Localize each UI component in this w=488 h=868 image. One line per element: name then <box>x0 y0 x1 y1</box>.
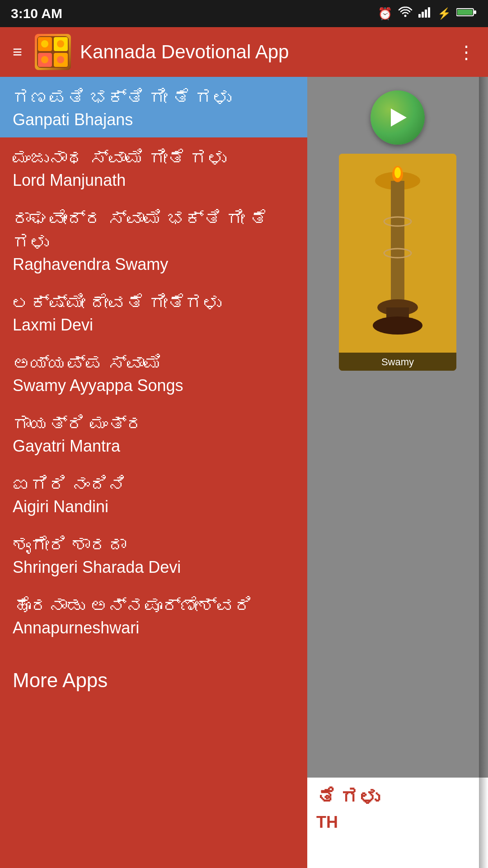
raghavendra-kannada: ರಾಘವೇಂದ್ರ ಸ್ವಾಮಿ ಭಕ್ತಿ ಗೀ ತೆ ಗಳು <box>13 207 295 254</box>
drawer-item-laxmi[interactable]: ಲಕ್ಷ್ಮೀ ದೇವತೆ ಗೀತೆಗಳು Laxmi Devi <box>0 282 307 343</box>
bottom-kannada-text: ತೆ ಗಳು <box>316 787 479 808</box>
wifi-icon <box>398 6 413 21</box>
svg-point-0 <box>404 15 407 17</box>
more-apps-label: More Apps <box>13 669 295 692</box>
status-bar: 3:10 AM ⏰ ⚡ <box>0 0 488 27</box>
svg-point-14 <box>57 40 64 47</box>
svg-rect-1 <box>418 14 421 18</box>
drawer-item-aigiri[interactable]: ಐಗಿರಿ ನಂದಿನಿ Aigiri Nandini <box>0 464 307 524</box>
drawer-item-more-apps[interactable]: More Apps <box>0 655 307 700</box>
svg-text:Swamy: Swamy <box>381 356 414 368</box>
navigation-drawer: ಗಣಪತಿ ಭಕ್ತಿ ಗೀ ತೆ ಗಳು Ganpati Bhajans ಮಂ… <box>0 77 307 868</box>
svg-rect-4 <box>428 7 430 18</box>
drawer-item-manjunath[interactable]: ಮಂಜುನಾಥ ಸ್ವಾಮಿ ಗೀತೆ ಗಳು Lord Manjunath <box>0 137 307 198</box>
ayyappa-english: Swamy Ayyappa Songs <box>13 376 295 395</box>
app-title: Kannada Devotional App <box>80 41 445 63</box>
shringeri-kannada: ಶೃಂಗೇರಿ ಶಾರದಾ <box>13 533 295 557</box>
drawer-item-raghavendra[interactable]: ರಾಘವೇಂದ್ರ ಸ್ವಾಮಿ ಭಕ್ತಿ ಗೀ ತೆ ಗಳು Raghave… <box>0 198 307 282</box>
drawer-item-annapurneshwari[interactable]: ಹೊರನಾಡು ಅನ್ನಪೂರ್ಣೇಶ್ವರಿ Annapurneshwari <box>0 585 307 646</box>
drawer-item-gayatri[interactable]: ಗಾಯತ್ರಿ ಮಂತ್ರ Gayatri Mantra <box>0 403 307 464</box>
svg-point-15 <box>41 56 48 63</box>
svg-point-23 <box>373 316 422 335</box>
status-time: 3:10 AM <box>11 6 62 21</box>
drawer-item-ganpati[interactable]: ಗಣಪತಿ ಭಕ್ತಿ ಗೀ ತೆ ಗಳು Ganpati Bhajans <box>0 77 307 137</box>
svg-point-25 <box>394 167 401 178</box>
overflow-menu-icon[interactable]: ⋮ <box>454 38 479 66</box>
manjunath-english: Lord Manjunath <box>13 171 295 190</box>
drawer-item-ayyappa[interactable]: ಅಯ್ಯಪ್ಪ ಸ್ವಾಮಿ Swamy Ayyappa Songs <box>0 343 307 403</box>
gayatri-english: Gayatri Mantra <box>13 437 295 456</box>
app-bar: ≡ Kannada Devotional App ⋮ <box>0 27 488 77</box>
background-panel: Swamy ತೆ ಗಳು TH <box>307 77 488 868</box>
hamburger-icon[interactable]: ≡ <box>9 39 26 65</box>
aigiri-kannada: ಐಗಿರಿ ನಂದಿನಿ <box>13 473 295 496</box>
gayatri-kannada: ಗಾಯತ್ರಿ ಮಂತ್ರ <box>13 412 295 436</box>
drawer-item-shringeri[interactable]: ಶೃಂಗೇರಿ ಶಾರದಾ Shringeri Sharada Devi <box>0 524 307 585</box>
svg-rect-20 <box>391 181 404 307</box>
next-arrow-button[interactable] <box>371 90 425 145</box>
svg-rect-6 <box>457 9 473 15</box>
raghavendra-english: Raghavendra Swamy <box>13 255 295 274</box>
annapurneshwari-kannada: ಹೊರನಾಡು ಅನ್ನಪೂರ್ಣೇಶ್ವರಿ <box>13 594 295 618</box>
bottom-english-text: TH <box>316 813 479 832</box>
app-icon <box>35 34 71 70</box>
signal-icon <box>418 7 432 20</box>
status-icons: ⏰ ⚡ <box>378 6 477 21</box>
svg-point-13 <box>41 40 48 47</box>
aigiri-english: Aigiri Nandini <box>13 497 295 516</box>
alarm-icon: ⏰ <box>378 7 392 21</box>
svg-marker-17 <box>391 108 407 127</box>
svg-rect-3 <box>425 9 427 18</box>
laxmi-kannada: ಲಕ್ಷ್ಮೀ ದೇವತೆ ಗೀತೆಗಳು <box>13 291 295 315</box>
shringeri-english: Shringeri Sharada Devi <box>13 558 295 577</box>
manjunath-kannada: ಮಂಜುನಾಥ ಸ್ವಾಮಿ ಗೀತೆ ಗಳು <box>13 146 295 170</box>
svg-rect-2 <box>422 12 424 18</box>
ganpati-english: Ganpati Bhajans <box>13 110 295 129</box>
temple-image: Swamy <box>339 154 456 371</box>
content-area: Swamy ತೆ ಗಳು TH ಗಣಪತಿ ಭಕ್ತಿ ಗೀ ತೆ ಗಳು Ga… <box>0 77 488 868</box>
svg-point-16 <box>57 56 64 63</box>
ganpati-kannada: ಗಣಪತಿ ಭಕ್ತಿ ಗೀ ತೆ ಗಳು <box>13 86 295 109</box>
laxmi-english: Laxmi Devi <box>13 316 295 335</box>
drawer-shadow <box>479 77 488 868</box>
battery-icon <box>456 7 477 20</box>
ayyappa-kannada: ಅಯ್ಯಪ್ಪ ಸ್ವಾಮಿ <box>13 352 295 375</box>
charging-icon: ⚡ <box>437 7 451 20</box>
svg-rect-7 <box>474 10 476 14</box>
annapurneshwari-english: Annapurneshwari <box>13 618 295 637</box>
